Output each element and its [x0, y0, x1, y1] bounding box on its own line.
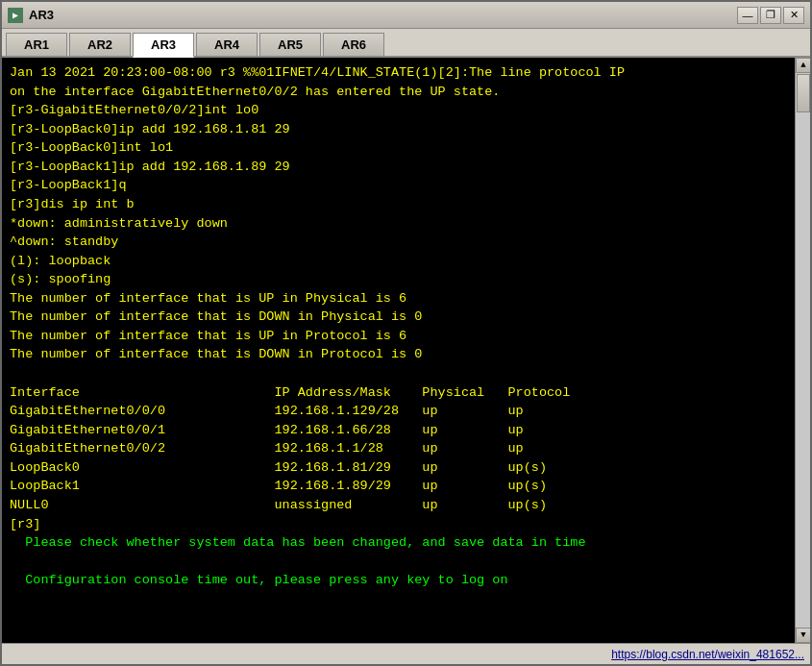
scroll-down-button[interactable]: ▼	[796, 628, 810, 643]
restore-button[interactable]: ❐	[760, 7, 781, 24]
status-url[interactable]: https://blog.csdn.net/weixin_481652...	[611, 648, 804, 661]
tab-ar5[interactable]: AR5	[259, 33, 321, 56]
window-title: AR3	[29, 8, 737, 22]
tabs-bar: AR1 AR2 AR3 AR4 AR5 AR6	[2, 29, 810, 58]
main-window: ▶ AR3 — ❐ ✕ AR1 AR2 AR3 AR4 AR5 AR6 Jan …	[0, 0, 812, 666]
title-bar: ▶ AR3 — ❐ ✕	[2, 2, 810, 29]
minimize-button[interactable]: —	[737, 7, 758, 24]
scrollbar[interactable]: ▲ ▼	[795, 58, 810, 643]
terminal-output[interactable]: Jan 13 2021 20:23:00-08:00 r3 %%01IFNET/…	[2, 58, 795, 643]
scroll-up-button[interactable]: ▲	[796, 58, 810, 73]
tab-ar4[interactable]: AR4	[196, 33, 258, 56]
terminal-wrapper: Jan 13 2021 20:23:00-08:00 r3 %%01IFNET/…	[2, 58, 810, 643]
close-button[interactable]: ✕	[783, 7, 804, 24]
tab-ar1[interactable]: AR1	[6, 33, 67, 56]
window-controls: — ❐ ✕	[737, 7, 804, 24]
scroll-track	[796, 73, 810, 628]
tab-ar2[interactable]: AR2	[69, 33, 131, 56]
status-bar: https://blog.csdn.net/weixin_481652...	[2, 643, 810, 664]
tab-ar6[interactable]: AR6	[323, 33, 384, 56]
app-icon: ▶	[8, 8, 23, 23]
tab-ar3[interactable]: AR3	[133, 33, 194, 58]
scroll-thumb[interactable]	[797, 74, 810, 112]
